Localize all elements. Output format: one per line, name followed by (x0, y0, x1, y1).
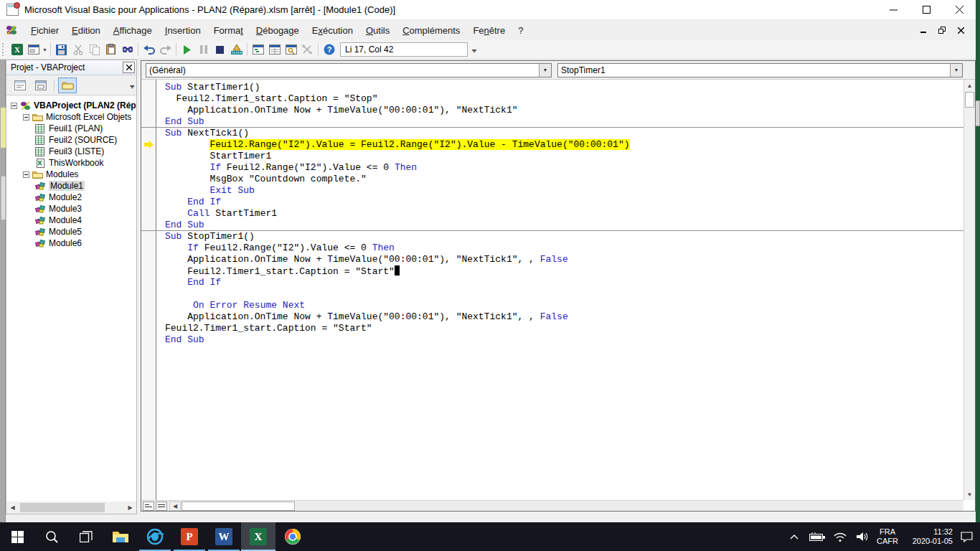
menu-?[interactable]: ? (512, 22, 529, 39)
project-tree-hscrollbar[interactable]: ◀ ▶ (6, 501, 136, 514)
procedure-dropdown[interactable]: StopTimer1 ▼ (557, 63, 963, 77)
object-browser-icon[interactable] (283, 42, 299, 57)
menu-dbogage[interactable]: Débogage (250, 22, 306, 39)
hscroll-track[interactable] (296, 501, 962, 511)
start-taskbar-icon[interactable] (0, 522, 34, 551)
run-icon[interactable] (179, 42, 195, 57)
code-line[interactable]: Feuil2.Timer1_start.Caption = "Start" (157, 323, 963, 334)
code-editor[interactable]: Sub StartTimer1() Feuil2.Timer1_start.Ca… (141, 80, 963, 500)
undo-icon[interactable] (141, 42, 157, 57)
code-line[interactable]: StartTimer1 (157, 151, 963, 162)
tree-item-feuil2-source[interactable]: Feuil2 (SOURCE) (6, 134, 136, 146)
mdi-restore-button[interactable] (934, 24, 950, 37)
clock[interactable]: 11:32 2020-01-05 (903, 527, 953, 546)
word-taskbar-icon[interactable]: W (207, 522, 241, 551)
action-center-icon[interactable] (957, 522, 976, 551)
tree-item-microsoft-excel-objets[interactable]: Microsoft Excel Objets (6, 111, 136, 123)
search-taskbar-icon[interactable] (34, 522, 69, 551)
toolbar-grip[interactable] (2, 43, 6, 56)
project-explorer-close-icon[interactable] (123, 62, 135, 73)
menu-edition[interactable]: Edition (65, 22, 107, 39)
scroll-down-icon[interactable]: ▼ (964, 489, 975, 500)
mdi-minimize-button[interactable] (915, 24, 931, 37)
tree-item-module5[interactable]: Module5 (6, 226, 136, 237)
view-code-icon[interactable] (11, 77, 29, 93)
tree-item-feuil1-plan[interactable]: Feuil1 (PLAN) (6, 123, 136, 134)
code-vscrollbar[interactable]: ▲ ▼ (963, 80, 975, 500)
insert-userform-icon[interactable] (25, 42, 42, 57)
toggle-folders-icon[interactable] (58, 77, 77, 93)
full-module-view-icon[interactable] (156, 501, 167, 511)
minimize-button[interactable] (877, 0, 910, 19)
excel-view-icon[interactable]: X (9, 42, 25, 57)
scroll-right-icon[interactable]: ▶ (124, 501, 136, 514)
code-line[interactable]: Application.OnTime Now + TimeValue("00:0… (157, 105, 963, 116)
tree-item-modules[interactable]: Modules (6, 169, 136, 180)
code-line[interactable]: End Sub (157, 220, 963, 231)
code-line[interactable]: MsgBox "Countdown complete." (157, 174, 963, 185)
code-line[interactable]: If Feuil2.Range("I2").Value <= 0 Then (157, 242, 963, 254)
code-line[interactable]: Sub NextTick1() (157, 128, 963, 139)
tree-item-module6[interactable]: Module6 (6, 237, 136, 249)
dropdown-arrow-icon[interactable]: ▼ (950, 64, 962, 77)
tree-item-module1[interactable]: Module1 (6, 180, 136, 192)
dropdown-arrow-icon[interactable]: ▼ (539, 64, 551, 77)
wifi-icon[interactable] (831, 522, 849, 551)
hscroll-thumb[interactable] (20, 503, 105, 512)
project-explorer-icon[interactable] (250, 42, 266, 57)
maximize-button[interactable] (910, 0, 943, 19)
tree-item-vbaproject-plan2-r-p[interactable]: VBAProject (PLAN2 (Rép (6, 100, 136, 111)
code-line[interactable]: End If (157, 277, 963, 288)
help-icon[interactable]: ? (321, 42, 337, 57)
close-button[interactable] (943, 0, 976, 19)
task-view-taskbar-icon[interactable] (69, 522, 103, 551)
paste-icon[interactable] (103, 42, 119, 57)
code-line[interactable]: Sub StartTimer1() (157, 82, 963, 93)
code-text[interactable]: Sub StartTimer1() Feuil2.Timer1_start.Ca… (157, 82, 963, 346)
code-line[interactable]: Feuil2.Timer1_start.Caption = "Start" (157, 265, 963, 277)
file-explorer-taskbar-icon[interactable] (103, 522, 138, 551)
object-dropdown[interactable]: (Général) ▼ (146, 63, 552, 77)
powerpoint-taskbar-icon[interactable]: P (172, 522, 207, 551)
code-line[interactable]: Exit Sub (157, 185, 963, 197)
menu-fichier[interactable]: Fichier (24, 22, 65, 39)
project-explorer-header[interactable]: Projet - VBAProject (6, 60, 136, 75)
scroll-left-icon[interactable]: ◀ (6, 501, 19, 514)
code-line[interactable]: Sub StopTimer1() (157, 231, 963, 242)
tree-item-module2[interactable]: Module2 (6, 192, 136, 203)
menu-fentre[interactable]: Fenêtre (466, 22, 512, 39)
properties-window-icon[interactable] (266, 42, 283, 57)
save-icon[interactable] (53, 42, 70, 57)
margin-indicator-bar[interactable] (141, 80, 156, 500)
view-object-icon[interactable] (32, 77, 50, 93)
tray-chevron-icon[interactable] (785, 522, 804, 551)
tree-item-thisworkbook[interactable]: ThisWorkbook (6, 157, 136, 169)
collapse-icon[interactable] (23, 171, 29, 178)
menu-excution[interactable]: Exécution (306, 22, 359, 39)
internet-explorer-taskbar-icon[interactable] (138, 522, 172, 551)
code-line[interactable]: Application.OnTime Now + TimeValue("00:0… (157, 311, 963, 323)
procedure-view-icon[interactable] (143, 501, 154, 511)
language-indicator[interactable]: FRA CAFR (877, 527, 898, 546)
code-line[interactable]: End Sub (157, 116, 963, 128)
volume-icon[interactable] (854, 522, 872, 551)
chrome-taskbar-icon[interactable] (275, 522, 310, 551)
hscroll-thumb[interactable] (182, 501, 295, 511)
insert-object-dropdown-icon[interactable]: ▼ (42, 42, 48, 57)
find-icon[interactable] (119, 42, 136, 57)
menu-outils[interactable]: Outils (359, 22, 396, 39)
panel-options-icon[interactable]: ▂▾ (131, 82, 134, 89)
code-line[interactable]: Call StartTimer1 (157, 208, 963, 220)
code-line[interactable]: End If (157, 197, 963, 208)
collapse-icon[interactable] (23, 114, 29, 121)
collapse-icon[interactable] (11, 103, 17, 109)
toolbar-options-icon[interactable]: ▂▾ (469, 42, 479, 57)
code-line[interactable]: On Error Resume Next (157, 300, 963, 311)
code-line[interactable]: If Feuil2.Range("I2").Value <= 0 Then (157, 162, 963, 174)
code-line[interactable]: Feuil2.Timer1_start.Caption = "Stop" (157, 93, 963, 105)
tree-item-module4[interactable]: Module4 (6, 215, 136, 226)
reset-icon[interactable] (212, 42, 228, 57)
battery-icon[interactable] (808, 522, 826, 551)
scroll-left-icon[interactable]: ◀ (169, 501, 181, 511)
menu-affichage[interactable]: Affichage (107, 22, 159, 39)
